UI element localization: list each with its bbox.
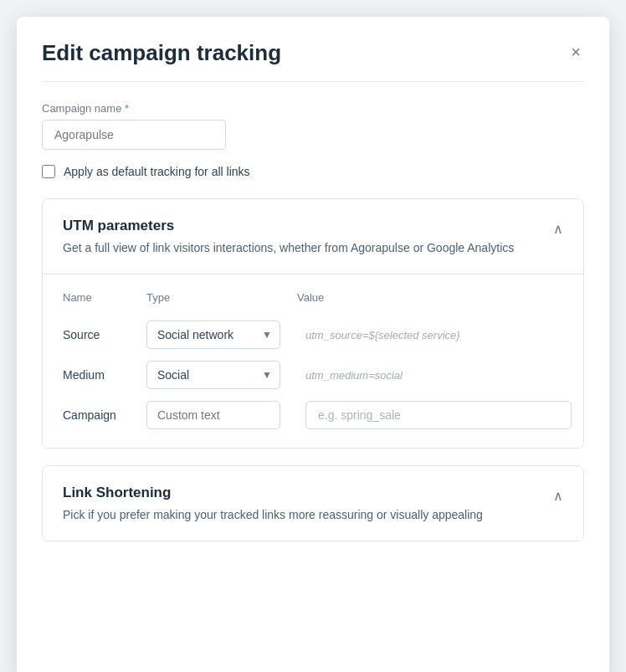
utm-row-source: Source Social network Custom text ▼ utm_… — [63, 321, 563, 349]
link-shortening-text: Link Shortening Pick if you prefer makin… — [63, 485, 483, 524]
link-shortening-desc: Pick if you prefer making your tracked l… — [63, 506, 483, 524]
utm-medium-select[interactable]: Social Custom text — [146, 361, 280, 389]
utm-source-select-wrapper: Social network Custom text ▼ — [146, 321, 280, 349]
campaign-name-input[interactable] — [42, 120, 226, 150]
utm-source-value: utm_source=${selected service} — [297, 329, 563, 341]
campaign-name-group: Campaign name * — [42, 102, 584, 150]
link-shortening-title: Link Shortening — [63, 485, 483, 501]
utm-section-title: UTM parameters — [63, 218, 514, 234]
default-tracking-row: Apply as default tracking for all links — [42, 165, 584, 178]
link-shortening-section: Link Shortening Pick if you prefer makin… — [42, 465, 584, 541]
modal-header: Edit campaign tracking × — [42, 40, 584, 82]
utm-campaign-type-input[interactable] — [146, 401, 280, 429]
edit-campaign-modal: Edit campaign tracking × Campaign name *… — [17, 17, 609, 672]
utm-medium-name: Medium — [63, 368, 146, 382]
default-tracking-label: Apply as default tracking for all links — [64, 165, 250, 178]
utm-table: Name Type Value Source Social network Cu… — [43, 274, 583, 448]
utm-medium-select-wrapper: Social Custom text ▼ — [146, 361, 280, 389]
link-shortening-header: Link Shortening Pick if you prefer makin… — [43, 466, 583, 541]
modal-title: Edit campaign tracking — [42, 40, 281, 66]
default-tracking-checkbox[interactable] — [42, 165, 55, 178]
utm-section-header: UTM parameters Get a full view of link v… — [43, 199, 583, 274]
close-button[interactable]: × — [567, 40, 584, 64]
col-header-value: Value — [297, 291, 563, 310]
utm-row-campaign: Campaign — [63, 401, 563, 429]
utm-source-name: Source — [63, 328, 146, 341]
link-shortening-chevron-icon[interactable]: ∧ — [553, 488, 563, 504]
utm-campaign-value-input[interactable] — [305, 401, 572, 429]
utm-source-select[interactable]: Social network Custom text — [146, 321, 280, 349]
utm-section-desc: Get a full view of link visitors interac… — [63, 239, 514, 257]
col-header-type: Type — [146, 291, 297, 310]
utm-row-medium: Medium Social Custom text ▼ utm_medium=s… — [63, 361, 563, 389]
utm-medium-value: utm_medium=social — [297, 369, 563, 382]
utm-section-text: UTM parameters Get a full view of link v… — [63, 218, 514, 257]
col-header-name: Name — [63, 291, 146, 310]
utm-section: UTM parameters Get a full view of link v… — [42, 198, 584, 449]
campaign-name-label: Campaign name * — [42, 102, 584, 115]
utm-column-headers: Name Type Value — [63, 291, 563, 310]
utm-chevron-icon[interactable]: ∧ — [553, 221, 563, 237]
utm-campaign-name: Campaign — [63, 408, 146, 422]
